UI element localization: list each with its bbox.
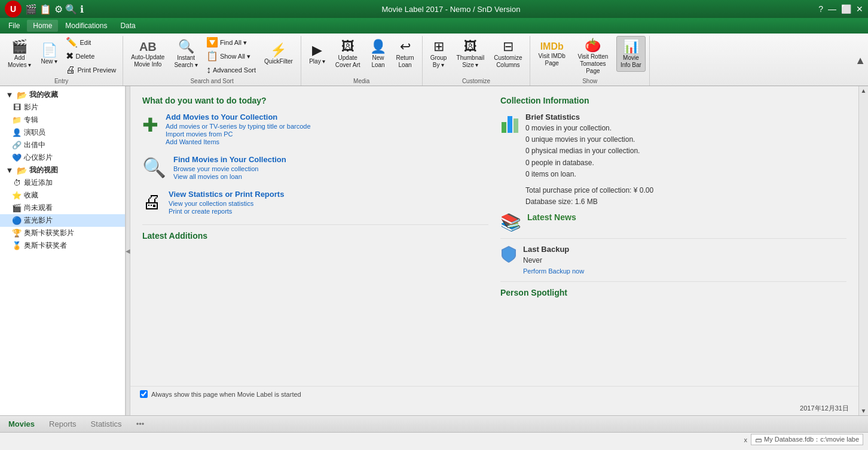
scroll-down-button[interactable]: ▼ xyxy=(860,406,868,415)
advanced-sort-button[interactable]: ↕ Advanced Sort xyxy=(203,63,259,77)
sidebar-my-views[interactable]: ▼ 📂 我的视图 xyxy=(0,164,125,177)
delete-icon: ✖ xyxy=(66,51,74,61)
close-status-btn[interactable]: x xyxy=(744,436,748,443)
return-loan-icon: ↩ xyxy=(400,40,411,53)
date-footer: 2017年12月31日 xyxy=(130,402,858,415)
right-scrollbar[interactable]: ▲ ▼ xyxy=(858,86,868,415)
sidebar-item-recent[interactable]: ⏱ 最近添加 xyxy=(0,177,125,189)
title-bar-controls[interactable]: ? — ⬜ ✕ xyxy=(818,4,863,14)
bluray-label: 蓝光影片 xyxy=(24,215,53,226)
tab-movies[interactable]: Movies xyxy=(6,418,37,430)
left-col: What do you want to do today? ✚ Add Movi… xyxy=(142,96,488,302)
sidebar-item-bluray[interactable]: 🔵 蓝光影片 xyxy=(0,214,125,227)
find-movies-icon: 🔍 xyxy=(142,156,166,179)
customize-label: Customize xyxy=(426,77,527,86)
tab-statistics[interactable]: Statistics xyxy=(88,418,124,430)
add-wanted-link[interactable]: Add Wanted Items xyxy=(166,138,311,145)
thumbnail-size-button[interactable]: 🖼 ThumbnailSize ▾ xyxy=(453,36,489,72)
add-movies-button[interactable]: 🎬 AddMovies ▾ xyxy=(4,36,35,72)
browse-collection-link[interactable]: Browse your movie collection xyxy=(173,165,286,172)
add-movies-action-title[interactable]: Add Movies to Your Collection xyxy=(166,113,311,121)
find-movies-title[interactable]: Find Movies in Your Collection xyxy=(173,155,286,164)
divider-2 xyxy=(500,238,846,239)
edit-delete-group: ✏️ Edit ✖ Delete 🖨 Print Preview xyxy=(63,36,119,77)
quickfilter-button[interactable]: ⚡ QuickFilter xyxy=(260,36,297,72)
movie-info-bar-button[interactable]: 📊 MovieInfo Bar xyxy=(616,36,646,72)
new-loan-button[interactable]: 👤 NewLoan xyxy=(366,36,391,72)
find-movies-action: 🔍 Find Movies in Your Collection Browse … xyxy=(142,155,488,180)
stats-movies: 0 movies in your collection. xyxy=(525,123,653,134)
customize-columns-icon: ⊟ xyxy=(503,40,514,53)
starred-label: 收藏 xyxy=(24,190,38,200)
perform-backup-link[interactable]: Perform Backup now xyxy=(523,267,584,275)
sidebar-item-starred[interactable]: ⭐ 收藏 xyxy=(0,189,125,202)
return-loan-button[interactable]: ↩ ReturnLoan xyxy=(392,36,418,72)
menu-home[interactable]: Home xyxy=(27,20,58,32)
latest-news-row: 📚 Latest News xyxy=(500,212,846,232)
latest-additions-heading: Latest Additions xyxy=(142,231,488,241)
edit-button[interactable]: ✏️ Edit xyxy=(63,36,119,49)
statistics-title[interactable]: View Statistics or Print Reports xyxy=(169,190,284,199)
print-preview-button[interactable]: 🖨 Print Preview xyxy=(63,63,119,77)
play-button[interactable]: ▶ Play ▾ xyxy=(305,36,330,72)
sidebar-item-albums[interactable]: 📁 专辑 xyxy=(0,114,125,126)
ribbon-group-customize: ⊞ GroupBy ▾ 🖼 ThumbnailSize ▾ ⊟ Customiz… xyxy=(423,36,531,86)
visit-rotten-button[interactable]: 🍅 Visit RottenTomatoes Page xyxy=(571,36,615,77)
auto-update-button[interactable]: AB Auto-UpdateMovie Info xyxy=(127,36,169,72)
svg-rect-2 xyxy=(514,118,518,133)
help-button[interactable]: ? xyxy=(818,4,823,14)
scroll-up-button[interactable]: ▲ xyxy=(860,86,868,95)
tab-more[interactable]: ••• xyxy=(134,418,147,430)
menu-data[interactable]: Data xyxy=(114,20,141,32)
close-button[interactable]: ✕ xyxy=(856,4,863,14)
view-statistics-link[interactable]: View your collection statistics xyxy=(169,200,284,207)
delete-button[interactable]: ✖ Delete xyxy=(63,50,119,63)
instant-search-icon: 🔍 xyxy=(178,40,194,53)
add-by-title-link[interactable]: Add movies or TV-series by typing title … xyxy=(166,123,311,130)
right-col: Collection Information xyxy=(500,96,846,302)
brief-stats-row: Brief Statistics 0 movies in your collec… xyxy=(500,113,846,208)
sidebar-item-oscar-films[interactable]: 🏆 奥斯卡获奖影片 xyxy=(0,227,125,239)
albums-icon: 📁 xyxy=(12,115,22,124)
stats-chart-icon xyxy=(500,113,519,136)
always-show-checkbox[interactable] xyxy=(140,390,148,398)
sidebar-item-actors[interactable]: 👤 演职员 xyxy=(0,126,125,139)
instant-search-button[interactable]: 🔍 InstantSearch ▾ xyxy=(170,36,201,72)
menu-modifications[interactable]: Modifications xyxy=(59,20,113,32)
sidebar-item-favorites[interactable]: 💙 心仪影片 xyxy=(0,151,125,164)
customize-columns-button[interactable]: ⊟ CustomizeColumns xyxy=(490,36,526,72)
statistics-content: View Statistics or Print Reports View yo… xyxy=(169,190,284,215)
show-all-button[interactable]: 📋 Show All ▾ xyxy=(203,50,259,63)
sidebar-item-oscar-winners[interactable]: 🏅 奥斯卡获奖者 xyxy=(0,239,125,252)
sidebar-item-unwatched[interactable]: 🎬 尚未观看 xyxy=(0,202,125,214)
maximize-button[interactable]: ⬜ xyxy=(841,4,851,14)
sidebar-my-collection[interactable]: ▼ 📂 我的收藏 xyxy=(0,89,125,101)
minimize-button[interactable]: — xyxy=(828,4,836,14)
visit-imdb-button[interactable]: IMDb Visit IMDbPage xyxy=(534,36,569,72)
import-from-pc-link[interactable]: Import movies from PC xyxy=(166,130,311,138)
views-folder-icon: 📂 xyxy=(17,166,27,175)
sidebar-item-movies[interactable]: 🎞 影片 xyxy=(0,101,125,114)
oscar-winners-label: 奥斯卡获奖者 xyxy=(24,241,67,251)
window-icons: 🎬 📋 ⚙ 🔍 ℹ xyxy=(25,4,84,15)
group-by-button[interactable]: ⊞ GroupBy ▾ xyxy=(426,36,451,72)
oscar-films-label: 奥斯卡获奖影片 xyxy=(24,228,74,238)
sidebar-collapse-handle[interactable]: ◀ xyxy=(126,86,130,415)
tab-reports[interactable]: Reports xyxy=(47,418,79,430)
update-cover-icon: 🖼 xyxy=(341,40,354,53)
bottom-tabs: Movies Reports Statistics ••• xyxy=(0,415,868,432)
thumbnail-size-icon: 🖼 xyxy=(464,40,477,53)
update-cover-button[interactable]: 🖼 UpdateCover Art xyxy=(331,36,365,72)
sidebar-item-loans[interactable]: 🔗 出借中 xyxy=(0,139,125,151)
find-show-group: 🔽 Find All ▾ 📋 Show All ▾ ↕ Advanced Sor… xyxy=(203,36,259,77)
menu-file[interactable]: File xyxy=(2,20,26,32)
ribbon-group-media: ▶ Play ▾ 🖼 UpdateCover Art 👤 NewLoan ↩ R… xyxy=(301,36,423,86)
view-on-loan-link[interactable]: View all movies on loan xyxy=(173,173,286,180)
welcome-columns: What do you want to do today? ✚ Add Movi… xyxy=(142,96,846,302)
new-button[interactable]: 📄 New ▾ xyxy=(36,36,62,72)
ribbon-collapse[interactable]: ▲ xyxy=(852,36,868,86)
print-reports-link[interactable]: Print or create reports xyxy=(169,208,284,215)
add-movies-action-content: Add Movies to Your Collection Add movies… xyxy=(166,113,311,145)
news-book-icon: 📚 xyxy=(500,212,521,232)
find-all-button[interactable]: 🔽 Find All ▾ xyxy=(203,36,259,49)
